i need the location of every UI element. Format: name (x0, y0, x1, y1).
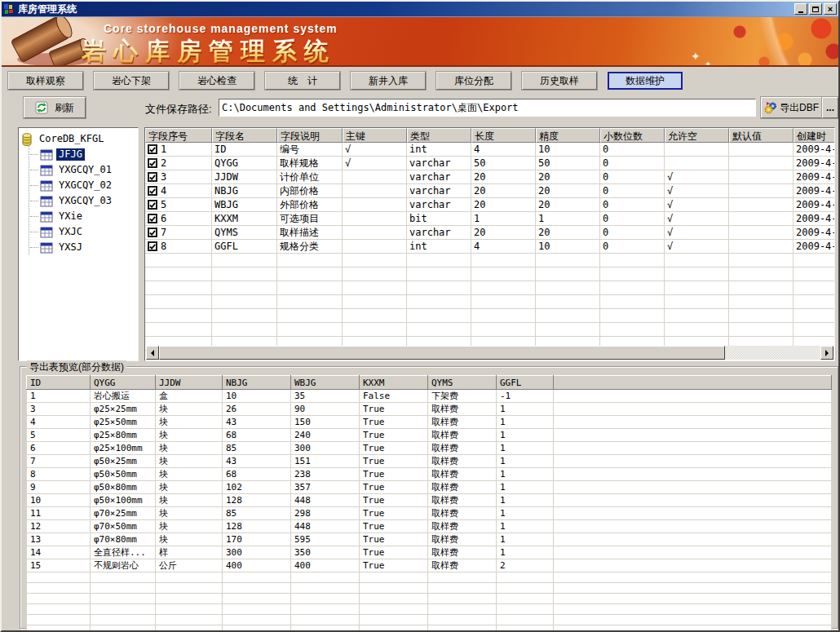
table-row[interactable]: 10φ50×100mm块128448True取样费1 (27, 494, 832, 507)
preview-column-header-qyms[interactable]: QYMS (428, 376, 497, 390)
column-header-3[interactable]: 主键 (343, 128, 407, 143)
table-row[interactable]: 4NBJG内部价格varchar20200√2009-4- (145, 184, 834, 198)
field-checkbox[interactable] (148, 228, 157, 237)
column-header-0[interactable]: 字段序号 (145, 128, 212, 143)
preview-cell: φ25×100mm (91, 442, 156, 455)
table-row[interactable]: 13φ70×80mm块170595True取样费1 (27, 533, 832, 546)
empty-row (145, 267, 834, 281)
empty-row (27, 594, 832, 604)
check-icon (149, 160, 156, 167)
tree-root-item[interactable]: CoreDB_KFGL (20, 131, 138, 147)
field-cell-def (729, 184, 794, 198)
preview-column-header-ggfl[interactable]: GGFL (497, 376, 554, 390)
tree-item-yxgcqy_01[interactable]: YXGCQY_01 (20, 162, 138, 178)
close-button[interactable]: × (824, 3, 837, 15)
field-cell-len: 1 (471, 212, 536, 226)
column-header-6[interactable]: 精度 (536, 128, 600, 143)
table-row[interactable]: 15不规则岩心公斤400400True取样费2 (27, 559, 832, 572)
scroll-left-button[interactable] (146, 346, 159, 360)
column-header-5[interactable]: 长度 (471, 128, 536, 143)
table-row[interactable]: 4φ25×50mm块43150True取样费1 (27, 416, 832, 429)
table-row[interactable]: 5WBJG外部价格varchar20200√2009-4- (145, 198, 834, 212)
table-row[interactable]: 14全直径样...样300350True取样费1 (27, 546, 832, 559)
preview-column-header-kxxm[interactable]: KXXM (360, 376, 428, 390)
column-header-2[interactable]: 字段说明 (277, 128, 343, 143)
toolbar-button-2[interactable]: 岩心下架 (94, 72, 169, 90)
table-row[interactable]: 1岩心搬运盒1035False下架费-1 (27, 390, 832, 403)
preview-cell: 盒 (156, 390, 223, 403)
table-row[interactable]: 12φ70×50mm块128448True取样费1 (27, 520, 832, 533)
toolbar-button-4[interactable]: 统 计 (265, 72, 340, 90)
field-cell-name: GGFL (212, 240, 277, 254)
toolbar-button-8[interactable]: 数据维护 (608, 72, 683, 90)
field-cell-name: KXXM (212, 212, 277, 226)
field-cell-desc: 规格分类 (277, 240, 343, 254)
toolbar-button-7[interactable]: 历史取样 (522, 72, 597, 90)
field-checkbox[interactable] (148, 158, 157, 168)
tree-item-yxsj[interactable]: YXSJ (20, 240, 138, 255)
table-row[interactable]: 6KXXM可选项目bit110√2009-4- (145, 212, 834, 226)
table-row[interactable]: 5φ25×80mm块68240True取样费1 (27, 429, 832, 442)
table-row[interactable]: 2QYGG取样规格√varchar505002009-4- (145, 157, 834, 170)
browse-more-button[interactable]: ... (822, 97, 838, 118)
table-row[interactable]: 7φ50×25mm块43151True取样费1 (27, 455, 832, 468)
table-row[interactable]: 8φ50×50mm块68238True取样费1 (27, 468, 832, 481)
field-cell-desc: 可选项目 (277, 212, 343, 226)
preview-cell: 357 (291, 481, 360, 494)
preview-column-header-nbjg[interactable]: NBJG (223, 376, 291, 390)
field-cell-pk: √ (343, 143, 407, 157)
table-row[interactable]: 7QYMS取样描述varchar20200√2009-4- (145, 226, 834, 240)
preview-column-header-qygg[interactable]: QYGG (91, 376, 156, 390)
toolbar-button-1[interactable]: 取样观察 (8, 72, 83, 90)
column-header-8[interactable]: 允许空 (665, 128, 729, 143)
field-checkbox[interactable] (148, 172, 157, 182)
preview-cell: φ50×80mm (91, 481, 156, 494)
toolbar-button-3[interactable]: 岩心检查 (179, 72, 254, 90)
tree-item-yxie[interactable]: YXie (20, 209, 138, 224)
field-cell-nullable: √ (665, 240, 729, 254)
table-row[interactable]: 11φ70×25mm块85298True取样费1 (27, 507, 832, 520)
maximize-button[interactable] (809, 3, 822, 15)
refresh-button-label: 刷新 (55, 101, 74, 115)
field-cell-dec: 0 (600, 212, 665, 226)
column-header-7[interactable]: 小数位数 (600, 128, 665, 143)
preview-column-header-jjdw[interactable]: JJDW (156, 376, 223, 390)
scroll-right-button[interactable] (820, 346, 833, 360)
column-header-1[interactable]: 字段名 (212, 128, 277, 143)
field-checkbox[interactable] (148, 144, 157, 154)
horizontal-scrollbar[interactable] (146, 346, 833, 360)
tree-item-jfjg[interactable]: JFJG (20, 147, 138, 162)
table-icon (40, 241, 53, 254)
table-row[interactable]: 9φ50×80mm块102357True取样费1 (27, 481, 832, 494)
tree-item-yxgcqy_03[interactable]: YXGCQY_03 (20, 193, 138, 209)
minimize-button[interactable] (794, 3, 807, 15)
preview-column-header-wbjg[interactable]: WBJG (291, 376, 360, 390)
table-row[interactable]: 8GGFL规格分类int4100√2009-4- (145, 240, 834, 254)
table-row[interactable]: 3JJDW计价单位varchar20200√2009-4- (145, 170, 834, 184)
scrollbar-thumb[interactable] (159, 346, 725, 360)
column-header-10[interactable]: 创建时 (794, 128, 835, 143)
save-path-input[interactable] (219, 99, 756, 117)
field-checkbox[interactable] (148, 200, 157, 210)
column-header-4[interactable]: 类型 (407, 128, 471, 143)
toolbar-button-5[interactable]: 新井入库 (351, 72, 426, 90)
main-area: CoreDB_KFGLJFJGYXGCQY_01YXGCQY_02YXGCQY_… (2, 126, 838, 365)
toolbar: 取样观察岩心下架岩心检查统 计新井入库库位分配历史取样数据维护 (2, 67, 838, 91)
preview-cell: False (360, 390, 428, 403)
preview-cell: 1 (497, 507, 554, 520)
table-row[interactable]: 6φ25×100mm块85300True取样费1 (27, 442, 832, 455)
tree-item-yxgcqy_02[interactable]: YXGCQY_02 (20, 178, 138, 193)
preview-column-header-id[interactable]: ID (27, 376, 91, 390)
field-checkbox[interactable] (148, 186, 157, 196)
tree-item-yxjc[interactable]: YXJC (20, 224, 138, 240)
field-checkbox[interactable] (148, 241, 157, 251)
table-row[interactable]: 3φ25×25mm块2690True取样费1 (27, 403, 832, 416)
preview-cell: 6 (27, 442, 91, 455)
table-row[interactable]: 1ID编号√int41002009-4- (145, 143, 834, 157)
preview-cell: 取样费 (428, 403, 497, 416)
column-header-9[interactable]: 默认值 (729, 128, 794, 143)
refresh-button[interactable]: 刷新 (24, 97, 86, 118)
field-checkbox[interactable] (148, 214, 157, 223)
export-dbf-button[interactable]: 导出DBF (761, 97, 822, 118)
toolbar-button-6[interactable]: 库位分配 (436, 72, 511, 90)
